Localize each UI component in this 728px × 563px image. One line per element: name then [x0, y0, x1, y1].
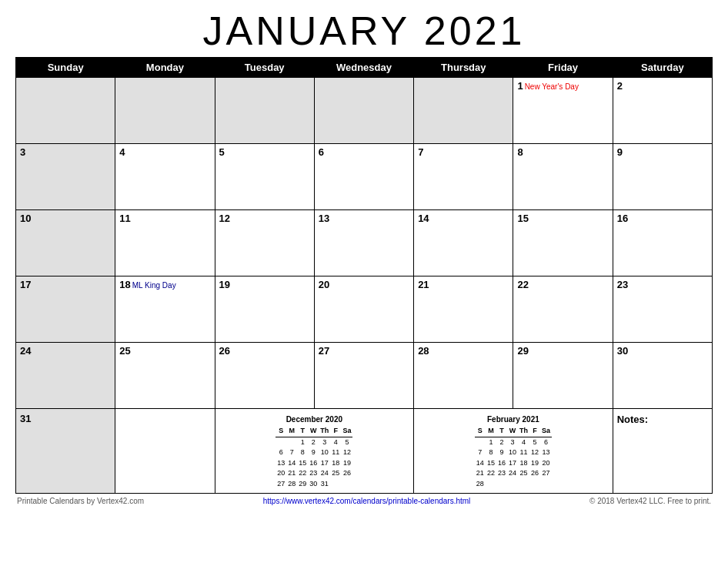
footer-center[interactable]: https://www.vertex42.com/calendars/print…: [263, 497, 471, 505]
calendar-day-cell: 13: [314, 210, 413, 276]
calendar-day-cell: 8: [513, 144, 613, 210]
calendar-day-cell: 7: [414, 144, 513, 210]
day-number: 22: [517, 279, 528, 290]
calendar-day-cell: [215, 78, 314, 144]
calendar-day-cell: 24: [16, 343, 115, 409]
day-number: 27: [319, 345, 329, 357]
calendar-day-cell: 9: [613, 144, 712, 210]
day-number: 4: [119, 146, 125, 158]
header-row: SundayMondayTuesdayWednesdayThursdayFrid…: [16, 58, 713, 78]
day-number: 14: [418, 213, 429, 224]
header-day: Saturday: [613, 58, 712, 78]
calendar-day-cell: 29: [513, 343, 613, 409]
header-day: Tuesday: [215, 58, 314, 78]
calendar-day-cell: [414, 78, 513, 144]
calendar-table: SundayMondayTuesdayWednesdayThursdayFrid…: [15, 57, 713, 494]
calendar-week-row: 24252627282930: [16, 343, 713, 409]
calendar-day-cell: 5: [215, 144, 314, 210]
header-day: Thursday: [414, 58, 513, 78]
day-number: 24: [20, 345, 31, 357]
calendar-day-cell: 27: [314, 343, 413, 409]
calendar-day-cell: [115, 409, 215, 494]
day-number: 16: [617, 213, 628, 224]
day-number: 7: [418, 146, 423, 158]
day-number: 8: [517, 146, 523, 158]
notes-cell: Notes:: [613, 409, 712, 494]
calendar-day-cell: [115, 78, 215, 144]
day-number: 5: [219, 146, 225, 158]
calendar-day-cell: [314, 78, 413, 144]
calendar-day-cell: 14: [414, 210, 513, 276]
day-number: 2: [617, 80, 623, 92]
calendar-day-cell: 2: [613, 78, 712, 144]
day-number: 25: [119, 345, 130, 357]
day-number: 23: [617, 279, 628, 290]
day-number: 15: [517, 213, 528, 224]
day-number: 30: [617, 345, 628, 357]
footer: Printable Calendars by Vertex42.com http…: [15, 497, 713, 505]
calendar-day-cell: 6: [314, 144, 413, 210]
day-number: 13: [319, 213, 329, 224]
calendar-day-cell: 15: [513, 210, 613, 276]
day-number: 1: [517, 80, 523, 92]
calendar-day-cell: 31: [16, 409, 115, 494]
calendar-day-cell: 20: [314, 276, 413, 343]
day-number: 28: [418, 345, 429, 357]
calendar-day-cell: 16: [613, 210, 712, 276]
day-number: 17: [20, 279, 31, 290]
day-number: 29: [517, 345, 528, 357]
calendar-day-cell: 3: [16, 144, 115, 210]
day-number: 18: [119, 279, 130, 290]
calendar-day-cell: 4: [115, 144, 215, 210]
day-number: 19: [219, 279, 230, 290]
calendar-day-cell: 26: [215, 343, 314, 409]
calendar-day-cell: 21: [414, 276, 513, 343]
day-number: 26: [219, 345, 230, 357]
day-number: 21: [418, 279, 429, 290]
holiday-label: ML King Day: [132, 281, 176, 290]
holiday-label: New Year's Day: [525, 82, 579, 91]
calendar-day-cell: 23: [613, 276, 712, 343]
mini-calendar-feb: February 2021SMTWThFSa123456789101112131…: [414, 409, 613, 494]
calendar-day-cell: 19: [215, 276, 314, 343]
calendar-day-cell: [16, 78, 115, 144]
header-day: Monday: [115, 58, 215, 78]
header-day: Friday: [513, 58, 613, 78]
day-number: 6: [319, 146, 324, 158]
footer-left: Printable Calendars by Vertex42.com: [17, 497, 144, 505]
calendar-day-cell: 30: [613, 343, 712, 409]
day-number: 20: [319, 279, 329, 290]
calendar-week-row: 1718ML King Day1920212223: [16, 276, 713, 343]
calendar-day-cell: 17: [16, 276, 115, 343]
calendar-day-cell: 18ML King Day: [115, 276, 215, 343]
footer-right: © 2018 Vertex42 LLC. Free to print.: [589, 497, 711, 505]
calendar-day-cell: 10: [16, 210, 115, 276]
notes-label: Notes:: [617, 414, 648, 425]
calendar-day-cell: 12: [215, 210, 314, 276]
day-number: 12: [219, 213, 230, 224]
calendar-week-row: 1New Year's Day2: [16, 78, 713, 144]
calendar-day-cell: 1New Year's Day: [513, 78, 613, 144]
day-number: 11: [119, 213, 130, 224]
calendar-week-row: 10111213141516: [16, 210, 713, 276]
day-number: 3: [20, 146, 25, 158]
header-day: Wednesday: [314, 58, 413, 78]
calendar-day-cell: 22: [513, 276, 613, 343]
last-calendar-row: 31December 2020SMTWThFSa1234567891011121…: [16, 409, 713, 494]
calendar-day-cell: 11: [115, 210, 215, 276]
calendar-day-cell: 28: [414, 343, 513, 409]
calendar-day-cell: 25: [115, 343, 215, 409]
day-number: 9: [617, 146, 623, 158]
header-day: Sunday: [16, 58, 115, 78]
mini-calendar-dec: December 2020SMTWThFSa123456789101112131…: [215, 409, 414, 494]
calendar-title: JANUARY 2021: [15, 8, 713, 54]
calendar-week-row: 3456789: [16, 144, 713, 210]
day-number: 10: [20, 213, 31, 224]
